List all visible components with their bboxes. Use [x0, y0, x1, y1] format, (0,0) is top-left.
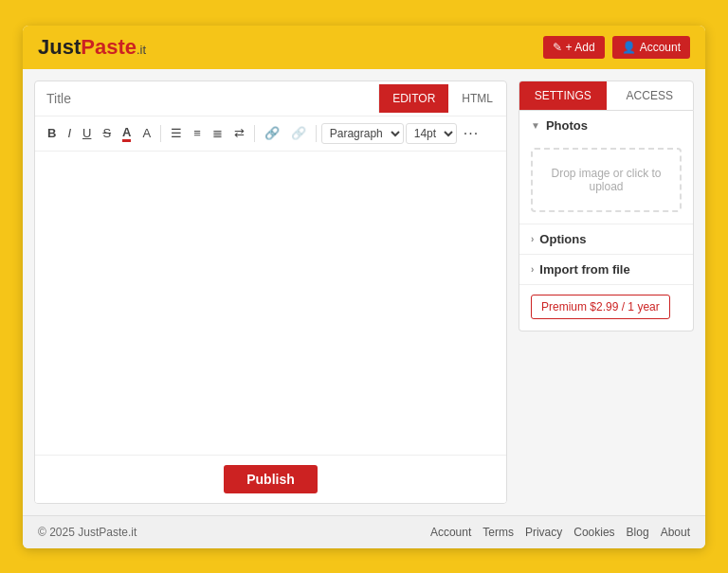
text-editor[interactable]: [35, 152, 506, 455]
import-header[interactable]: › Import from file: [519, 255, 693, 284]
footer-links: Account Terms Privacy Cookies Blog About: [430, 526, 690, 539]
font-size-select[interactable]: 14pt: [406, 123, 457, 144]
options-chevron-icon: ›: [531, 234, 534, 244]
footer-link-blog[interactable]: Blog: [627, 526, 649, 539]
editor-panel: EDITOR HTML B I U S A A ☰ ≡ ≣ ⇄ �: [34, 81, 507, 504]
options-section: › Options: [519, 224, 693, 255]
title-bar: EDITOR HTML: [35, 81, 506, 116]
import-chevron-icon: ›: [531, 264, 534, 275]
toolbar-divider-3: [316, 125, 317, 142]
sidebar-body: ▼ Photos Drop image or click to upload ›…: [519, 111, 694, 331]
bold-button[interactable]: B: [43, 123, 61, 143]
toolbar-divider-2: [254, 125, 255, 142]
add-button[interactable]: ✎ + Add: [543, 36, 605, 59]
options-header[interactable]: › Options: [519, 224, 693, 254]
font-color-label: A: [122, 125, 131, 142]
align-left-button[interactable]: ☰: [166, 123, 187, 143]
font-size-button[interactable]: A: [137, 123, 155, 143]
photo-upload-text: Drop image or click to upload: [551, 167, 661, 193]
app-container: JustPaste.it ✎ + Add 👤 Account EDITOR HT…: [23, 26, 705, 548]
publish-button[interactable]: Publish: [224, 465, 318, 493]
import-label: Import from file: [539, 262, 629, 277]
account-button[interactable]: 👤 Account: [612, 36, 690, 59]
logo-it: .it: [136, 43, 146, 57]
account-icon: 👤: [622, 41, 636, 54]
footer-link-cookies[interactable]: Cookies: [573, 526, 614, 539]
options-label: Options: [539, 232, 586, 246]
photos-section: ▼ Photos Drop image or click to upload: [519, 111, 693, 224]
underline-button[interactable]: U: [78, 123, 96, 143]
title-input[interactable]: [35, 81, 378, 116]
editor-tabs: EDITOR HTML: [378, 84, 506, 113]
publish-bar: Publish: [35, 455, 506, 503]
add-label: + Add: [566, 41, 595, 54]
footer-link-account[interactable]: Account: [430, 526, 471, 539]
sidebar: SETTINGS ACCESS ▼ Photos Drop image or c…: [519, 81, 694, 504]
footer-link-privacy[interactable]: Privacy: [525, 526, 562, 539]
unlink-button[interactable]: 🔗: [286, 123, 311, 143]
align-right-button[interactable]: ≣: [208, 123, 228, 143]
main-content: EDITOR HTML B I U S A A ☰ ≡ ≣ ⇄ �: [23, 69, 705, 515]
strikethrough-button[interactable]: S: [98, 123, 116, 143]
align-justify-button[interactable]: ⇄: [229, 123, 249, 143]
import-section: › Import from file: [519, 255, 693, 285]
logo-paste: Paste: [81, 35, 136, 59]
toolbar: B I U S A A ☰ ≡ ≣ ⇄ 🔗 🔗 Paragraph: [35, 116, 506, 152]
more-button[interactable]: ···: [459, 122, 483, 145]
italic-button[interactable]: I: [63, 123, 76, 143]
logo-just: Just: [38, 35, 81, 59]
tab-access[interactable]: ACCESS: [607, 81, 694, 110]
footer: © 2025 JustPaste.it Account Terms Privac…: [23, 515, 705, 548]
tab-settings[interactable]: SETTINGS: [519, 81, 607, 110]
photos-chevron-icon: ▼: [531, 120, 540, 131]
tab-html[interactable]: HTML: [448, 84, 506, 113]
footer-link-about[interactable]: About: [661, 526, 690, 539]
toolbar-divider-1: [160, 125, 161, 142]
copyright: © 2025 JustPaste.it: [38, 526, 136, 539]
font-color-button[interactable]: A: [118, 122, 136, 145]
photos-label: Photos: [546, 118, 588, 133]
footer-link-terms[interactable]: Terms: [482, 526, 514, 539]
add-icon: ✎: [553, 41, 562, 54]
account-label: Account: [640, 41, 681, 54]
tab-editor[interactable]: EDITOR: [379, 84, 448, 113]
sidebar-tabs: SETTINGS ACCESS: [519, 81, 694, 111]
header-actions: ✎ + Add 👤 Account: [543, 36, 690, 59]
photo-upload-area[interactable]: Drop image or click to upload: [531, 148, 682, 212]
logo: JustPaste.it: [38, 35, 146, 60]
premium-button[interactable]: Premium $2.99 / 1 year: [531, 295, 670, 319]
photos-header[interactable]: ▼ Photos: [519, 111, 693, 140]
align-center-button[interactable]: ≡: [189, 123, 206, 143]
paragraph-select[interactable]: Paragraph: [321, 123, 404, 144]
link-button[interactable]: 🔗: [260, 123, 284, 143]
header: JustPaste.it ✎ + Add 👤 Account: [23, 26, 705, 69]
